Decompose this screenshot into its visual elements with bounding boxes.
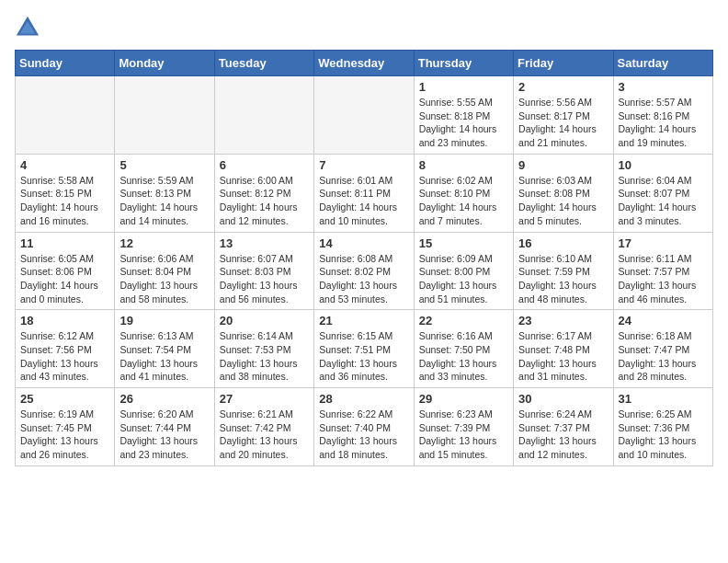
day-info: Sunrise: 6:22 AM Sunset: 7:40 PM Dayligh… <box>319 408 408 462</box>
header-cell-monday: Monday <box>115 51 214 76</box>
header <box>15 15 713 40</box>
calendar-cell: 14Sunrise: 6:08 AM Sunset: 8:02 PM Dayli… <box>314 232 414 310</box>
calendar-cell: 28Sunrise: 6:22 AM Sunset: 7:40 PM Dayli… <box>314 388 414 466</box>
header-cell-saturday: Saturday <box>613 51 712 76</box>
header-cell-friday: Friday <box>514 51 613 76</box>
day-number: 22 <box>419 314 508 327</box>
calendar-cell: 22Sunrise: 6:16 AM Sunset: 7:50 PM Dayli… <box>414 310 513 388</box>
day-number: 6 <box>220 158 309 172</box>
day-info: Sunrise: 6:13 AM Sunset: 7:54 PM Dayligh… <box>119 329 209 384</box>
day-info: Sunrise: 6:20 AM Sunset: 7:44 PM Dayligh… <box>119 408 209 462</box>
calendar-cell: 21Sunrise: 6:15 AM Sunset: 7:51 PM Dayli… <box>314 310 414 388</box>
day-number: 21 <box>319 314 408 327</box>
calendar-cell: 30Sunrise: 6:24 AM Sunset: 7:37 PM Dayli… <box>514 388 613 466</box>
day-info: Sunrise: 6:11 AM Sunset: 7:57 PM Dayligh… <box>619 252 708 306</box>
header-cell-wednesday: Wednesday <box>314 51 414 76</box>
day-info: Sunrise: 6:19 AM Sunset: 7:45 PM Dayligh… <box>20 408 109 462</box>
logo-icon <box>15 15 40 40</box>
calendar-cell: 26Sunrise: 6:20 AM Sunset: 7:44 PM Dayli… <box>115 388 214 466</box>
calendar-cell: 15Sunrise: 6:09 AM Sunset: 8:00 PM Dayli… <box>414 232 513 310</box>
day-number: 8 <box>419 158 508 172</box>
day-number: 27 <box>220 392 309 406</box>
day-number: 13 <box>220 236 309 250</box>
calendar-cell: 31Sunrise: 6:25 AM Sunset: 7:36 PM Dayli… <box>613 388 712 466</box>
header-cell-thursday: Thursday <box>414 51 513 76</box>
day-info: Sunrise: 6:04 AM Sunset: 8:07 PM Dayligh… <box>619 174 708 228</box>
calendar-cell: 6Sunrise: 6:00 AM Sunset: 8:12 PM Daylig… <box>214 154 313 232</box>
week-row-2: 4Sunrise: 5:58 AM Sunset: 8:15 PM Daylig… <box>16 154 713 232</box>
week-row-1: 1Sunrise: 5:55 AM Sunset: 8:18 PM Daylig… <box>16 76 713 155</box>
day-info: Sunrise: 6:07 AM Sunset: 8:03 PM Dayligh… <box>220 252 309 306</box>
calendar-cell: 12Sunrise: 6:06 AM Sunset: 8:04 PM Dayli… <box>115 232 214 310</box>
header-row: SundayMondayTuesdayWednesdayThursdayFrid… <box>16 51 713 76</box>
calendar-cell: 7Sunrise: 6:01 AM Sunset: 8:11 PM Daylig… <box>314 154 414 232</box>
day-number: 26 <box>119 392 209 406</box>
day-number: 5 <box>119 158 209 172</box>
day-info: Sunrise: 6:23 AM Sunset: 7:39 PM Dayligh… <box>419 408 508 462</box>
day-number: 25 <box>20 392 109 406</box>
day-number: 16 <box>518 236 608 250</box>
calendar-cell: 17Sunrise: 6:11 AM Sunset: 7:57 PM Dayli… <box>613 232 712 310</box>
day-info: Sunrise: 6:24 AM Sunset: 7:37 PM Dayligh… <box>518 408 608 462</box>
calendar-cell: 16Sunrise: 6:10 AM Sunset: 7:59 PM Dayli… <box>514 232 613 310</box>
calendar-cell <box>314 76 414 155</box>
day-number: 14 <box>319 236 408 250</box>
day-number: 3 <box>619 80 708 94</box>
day-number: 31 <box>619 392 708 406</box>
day-number: 18 <box>20 314 109 327</box>
day-info: Sunrise: 6:02 AM Sunset: 8:10 PM Dayligh… <box>419 174 508 228</box>
day-info: Sunrise: 5:55 AM Sunset: 8:18 PM Dayligh… <box>419 96 508 150</box>
day-number: 7 <box>319 158 408 172</box>
calendar-cell: 18Sunrise: 6:12 AM Sunset: 7:56 PM Dayli… <box>16 310 115 388</box>
day-number: 9 <box>518 158 608 172</box>
day-number: 29 <box>419 392 508 406</box>
day-number: 17 <box>619 236 708 250</box>
day-info: Sunrise: 6:21 AM Sunset: 7:42 PM Dayligh… <box>220 408 309 462</box>
day-info: Sunrise: 6:14 AM Sunset: 7:53 PM Dayligh… <box>220 329 309 384</box>
calendar-cell: 23Sunrise: 6:17 AM Sunset: 7:48 PM Dayli… <box>514 310 613 388</box>
day-info: Sunrise: 6:01 AM Sunset: 8:11 PM Dayligh… <box>319 174 408 228</box>
day-number: 23 <box>518 314 608 327</box>
day-info: Sunrise: 6:05 AM Sunset: 8:06 PM Dayligh… <box>20 252 109 306</box>
day-info: Sunrise: 6:12 AM Sunset: 7:56 PM Dayligh… <box>20 329 109 384</box>
header-cell-sunday: Sunday <box>16 51 115 76</box>
day-info: Sunrise: 6:08 AM Sunset: 8:02 PM Dayligh… <box>319 252 408 306</box>
calendar-cell: 2Sunrise: 5:56 AM Sunset: 8:17 PM Daylig… <box>514 76 613 155</box>
day-info: Sunrise: 5:57 AM Sunset: 8:16 PM Dayligh… <box>619 96 708 150</box>
day-number: 15 <box>419 236 508 250</box>
week-row-4: 18Sunrise: 6:12 AM Sunset: 7:56 PM Dayli… <box>16 310 713 388</box>
day-info: Sunrise: 6:00 AM Sunset: 8:12 PM Dayligh… <box>220 174 309 228</box>
calendar-cell: 1Sunrise: 5:55 AM Sunset: 8:18 PM Daylig… <box>414 76 513 155</box>
day-info: Sunrise: 5:56 AM Sunset: 8:17 PM Dayligh… <box>518 96 608 150</box>
calendar-cell: 9Sunrise: 6:03 AM Sunset: 8:08 PM Daylig… <box>514 154 613 232</box>
calendar-cell <box>214 76 313 155</box>
header-cell-tuesday: Tuesday <box>214 51 313 76</box>
day-number: 28 <box>319 392 408 406</box>
calendar-cell: 8Sunrise: 6:02 AM Sunset: 8:10 PM Daylig… <box>414 154 513 232</box>
day-info: Sunrise: 6:17 AM Sunset: 7:48 PM Dayligh… <box>518 329 608 384</box>
calendar-cell: 3Sunrise: 5:57 AM Sunset: 8:16 PM Daylig… <box>613 76 712 155</box>
calendar-cell: 13Sunrise: 6:07 AM Sunset: 8:03 PM Dayli… <box>214 232 313 310</box>
day-number: 1 <box>419 80 508 94</box>
day-info: Sunrise: 6:16 AM Sunset: 7:50 PM Dayligh… <box>419 329 508 384</box>
day-number: 11 <box>20 236 109 250</box>
day-number: 20 <box>220 314 309 327</box>
week-row-3: 11Sunrise: 6:05 AM Sunset: 8:06 PM Dayli… <box>16 232 713 310</box>
day-info: Sunrise: 5:59 AM Sunset: 8:13 PM Dayligh… <box>119 174 209 228</box>
calendar-cell: 11Sunrise: 6:05 AM Sunset: 8:06 PM Dayli… <box>16 232 115 310</box>
day-info: Sunrise: 6:09 AM Sunset: 8:00 PM Dayligh… <box>419 252 508 306</box>
day-info: Sunrise: 6:03 AM Sunset: 8:08 PM Dayligh… <box>518 174 608 228</box>
calendar-cell <box>16 76 115 155</box>
calendar-table: SundayMondayTuesdayWednesdayThursdayFrid… <box>15 50 713 466</box>
calendar-cell: 25Sunrise: 6:19 AM Sunset: 7:45 PM Dayli… <box>16 388 115 466</box>
week-row-5: 25Sunrise: 6:19 AM Sunset: 7:45 PM Dayli… <box>16 388 713 466</box>
calendar-cell: 29Sunrise: 6:23 AM Sunset: 7:39 PM Dayli… <box>414 388 513 466</box>
day-info: Sunrise: 6:18 AM Sunset: 7:47 PM Dayligh… <box>619 329 708 384</box>
calendar-cell: 4Sunrise: 5:58 AM Sunset: 8:15 PM Daylig… <box>16 154 115 232</box>
calendar-cell: 24Sunrise: 6:18 AM Sunset: 7:47 PM Dayli… <box>613 310 712 388</box>
day-number: 10 <box>619 158 708 172</box>
day-number: 24 <box>619 314 708 327</box>
day-info: Sunrise: 6:06 AM Sunset: 8:04 PM Dayligh… <box>119 252 209 306</box>
day-info: Sunrise: 6:25 AM Sunset: 7:36 PM Dayligh… <box>619 408 708 462</box>
day-info: Sunrise: 6:10 AM Sunset: 7:59 PM Dayligh… <box>518 252 608 306</box>
